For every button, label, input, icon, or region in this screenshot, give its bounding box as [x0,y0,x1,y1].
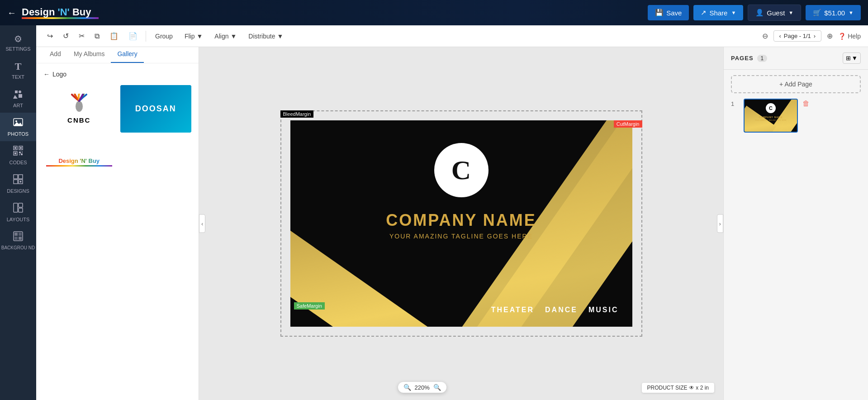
zoom-bar: 🔍 220% 🔍 [398,382,446,393]
design-card[interactable]: C COMPANY NAME YOUR AMAZING TAGLINE GOES… [290,120,632,327]
paste-icon: 📋 [109,32,119,40]
size-value: x 2 in [696,385,709,391]
photo-item-doosan[interactable]: DOOSAN [120,85,192,133]
group-button[interactable]: Group [151,30,177,43]
sidebar-photos-label: PHOTOS [8,131,28,137]
cart-chevron: ▼ [849,10,854,15]
page-thumbnail-1[interactable]: C COMPANY NAME YOUR AMAZING TAGLINE GOES… [744,99,798,133]
tab-my-albums[interactable]: My Albums [67,46,111,63]
svg-point-21 [20,181,22,183]
paste-button[interactable]: 📋 [106,29,122,43]
cart-button[interactable]: 🛒 $51.00 ▼ [806,5,861,20]
sidebar-item-designs[interactable]: DESIGNS [0,170,36,198]
codes-icon [13,146,23,158]
tab-albums-label: My Albums [74,50,104,57]
sidebar-item-art[interactable]: ART [0,84,36,113]
page-label: Page - 1/1 [784,33,811,39]
thumb-tagline: YOUR AMAZING TAGLINE GOES HERE [755,119,787,121]
paste-style-icon: 📄 [128,32,138,40]
help-button[interactable]: ❓ Help [838,33,861,40]
page-item-1: 1 C COMPANY NAME YOUR AMAZING TAGLINE GO… [731,99,861,133]
delete-icon: 🗑 [802,100,810,107]
sidebar-settings-label: SETTINGS [5,46,30,52]
sidebar-item-layouts[interactable]: LAYOUTS [0,198,36,227]
guest-label: Guest [767,9,785,17]
sidebar-art-label: ART [13,103,23,108]
panel-collapse-button[interactable]: ‹ [199,214,205,233]
navbar-right: 💾 Save ↗ Share ▼ 👤 Guest ▼ 🛒 $51.00 ▼ [648,5,861,21]
copy-button[interactable]: ⧉ [91,29,103,43]
share-button[interactable]: ↗ Share ▼ [693,5,743,20]
cut-button[interactable]: ✂ [75,29,88,43]
svg-rect-16 [21,153,23,155]
back-icon: ← [7,8,16,18]
guest-button[interactable]: 👤 Guest ▼ [748,5,801,21]
settings-icon: ⚙ [14,33,22,44]
company-name-text[interactable]: COMPANY NAME [290,211,632,230]
group-label: Group [155,33,173,40]
right-panel-header: PAGES 1 ⊞ ▼ [724,47,868,70]
eye-icon: 👁 [689,385,696,391]
sidebar-item-codes[interactable]: CODES [0,141,36,170]
flip-chevron: ▼ [196,33,203,40]
flip-button[interactable]: Flip ▼ [180,30,207,43]
zoom-out-bottom-button[interactable]: 🔍 [403,384,411,391]
back-link-label: Logo [52,71,66,78]
company-tagline-text[interactable]: YOUR AMAZING TAGLINE GOES HERE [290,233,632,240]
grid-view-button[interactable]: ⊞ ▼ [843,52,861,64]
text-icon: T [15,61,22,72]
category-dance: DANCE [545,306,578,314]
sidebar-text-label: TEXT [12,74,24,80]
back-link[interactable]: ← Logo [43,71,191,78]
pages-count: 1 [757,55,768,62]
tab-add[interactable]: Add [43,46,67,63]
photo-item-cnbc[interactable]: CNBC [43,85,115,133]
redo-curved-button[interactable]: ↪ [43,29,57,43]
photo-item-dnb[interactable]: Design 'N' Buy [43,138,115,186]
sidebar-item-background[interactable]: BACKGROU ND [0,227,36,255]
distribute-button[interactable]: Distribute ▼ [244,30,288,43]
svg-rect-8 [14,147,16,149]
toolbar-separator-1 [146,31,146,42]
right-panel-collapse-button[interactable]: › [717,214,723,233]
sidebar-background-label: BACKGROU ND [1,245,35,250]
thumb-inner: C COMPANY NAME YOUR AMAZING TAGLINE GOES… [745,100,797,132]
zoom-in-bottom-icon: 🔍 [433,384,441,391]
paste-style-button[interactable]: 📄 [125,29,141,43]
svg-rect-3 [19,94,22,98]
background-icon [13,231,23,243]
zoom-in-icon: ⊕ [827,32,833,40]
category-music: MUSIC [588,306,619,314]
sidebar-item-photos[interactable]: PHOTOS [0,113,36,141]
save-button[interactable]: 💾 Save [648,5,689,20]
product-size-bar: PRODUCT SIZE 👁 x 2 in [642,383,715,393]
delete-page-button[interactable]: 🗑 [802,99,811,109]
back-button[interactable]: ← [7,8,16,18]
panel-content: ← Logo CNBC [36,63,199,400]
undo-button[interactable]: ↺ [59,29,72,43]
add-page-label: + Add Page [779,81,812,88]
sidebar-item-settings[interactable]: ⚙ SETTINGS [0,29,36,56]
photos-panel: PHOTOS Add My Albums Gallery ← Logo [36,25,199,400]
help-circle-icon: ❓ [838,33,846,40]
thumb-logo-letter: C [769,105,773,111]
zoom-in-bottom-button[interactable]: 🔍 [433,384,441,391]
zoom-in-button[interactable]: ⊕ [825,30,835,42]
sidebar-item-text[interactable]: T TEXT [0,56,36,84]
svg-point-5 [15,120,17,122]
category-theater: THEATER [491,306,534,314]
logo-text: Design 'N' Buy [22,6,99,18]
bleed-margin-label: BleedMargin [280,110,314,118]
cart-label: $51.00 [824,9,845,17]
svg-rect-28 [14,237,18,240]
align-button[interactable]: Align ▼ [210,30,241,43]
zoom-out-button[interactable]: ⊖ [760,30,770,42]
zoom-level-display: 220% [415,384,430,391]
add-page-button[interactable]: + Add Page [731,75,861,93]
tab-add-label: Add [50,50,61,57]
tab-gallery[interactable]: Gallery [111,46,143,63]
photos-icon [13,117,23,129]
cut-margin-label: CutMargin [614,120,642,128]
photo-grid: CNBC DOOSAN Design 'N' Buy [43,85,191,186]
page-number-1: 1 [731,99,740,107]
